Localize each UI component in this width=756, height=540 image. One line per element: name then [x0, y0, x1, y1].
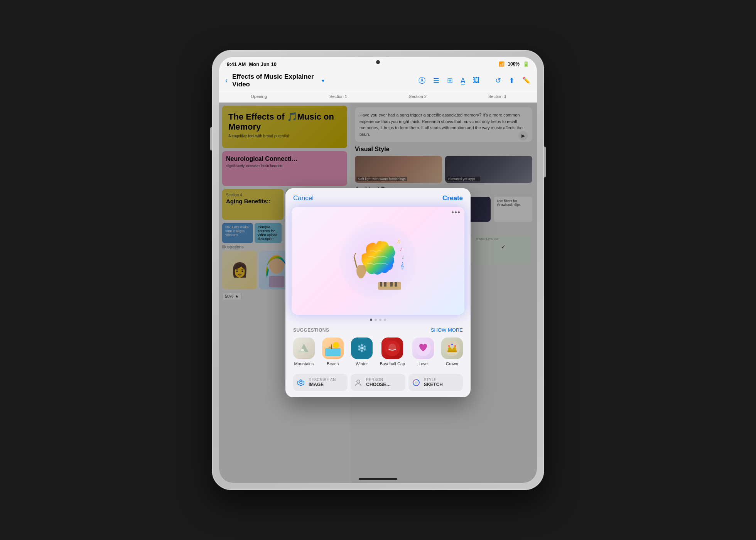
section-1: Section 1 — [299, 94, 378, 99]
suggestion-love[interactable]: Love — [412, 338, 434, 366]
svg-point-35 — [415, 381, 417, 384]
modal-image-area: ♪ ♫ ♩ 𝄞 — [292, 207, 464, 315]
image-icon[interactable]: 🖼 — [473, 76, 480, 84]
brain-svg: ♪ ♫ ♩ 𝄞 — [339, 222, 417, 299]
svg-text:𝄞: 𝄞 — [400, 262, 404, 270]
status-time: 9:41 AM — [227, 61, 246, 67]
mountains-label: Mountains — [294, 361, 314, 366]
style-value: SKETCH — [424, 382, 443, 387]
describe-icon — [296, 378, 305, 387]
modal-header: Cancel Create — [285, 188, 471, 207]
modal-actions: DESCRIBE AN IMAGE — [285, 371, 471, 397]
battery-icon: 🔋 — [523, 61, 529, 67]
three-dots-menu[interactable] — [452, 211, 460, 213]
love-label: Love — [418, 361, 428, 366]
suggestion-crown[interactable]: Crown — [441, 338, 463, 366]
document-title: Effects of Music Explainer Video — [232, 73, 317, 88]
beach-label: Beach — [327, 361, 339, 366]
person-value: CHOOSE… — [366, 382, 391, 387]
style-label: STYLE — [424, 378, 443, 382]
suggestions-grid: Mountains Beach — [285, 335, 471, 371]
pagination-dots — [285, 315, 471, 325]
svg-point-29 — [451, 344, 453, 345]
svg-text:❄️: ❄️ — [357, 343, 367, 353]
suggestion-beach[interactable]: Beach — [322, 338, 344, 366]
brain-music-illustration: ♪ ♫ ♩ 𝄞 — [336, 218, 420, 303]
sections-bar: Opening Section 1 Section 2 Section 3 — [219, 90, 537, 103]
list-icon[interactable]: ☰ — [433, 76, 439, 85]
toolbar-actions: Ⓐ ☰ ⊞ A̲ 🖼 ↺ ⬆ ✏️ — [418, 76, 531, 85]
svg-rect-11 — [384, 282, 386, 287]
modal-overlay: Cancel Create — [219, 103, 537, 483]
cancel-button[interactable]: Cancel — [293, 194, 314, 202]
person-text: PERSON CHOOSE… — [366, 378, 391, 387]
baseball-cap-icon — [381, 338, 403, 359]
person-label: PERSON — [366, 378, 391, 382]
ipad-device: 9:41 AM Mon Jun 10 📶 100% 🔋 ‹ Effects of… — [212, 50, 544, 490]
style-icon — [412, 378, 421, 387]
page-dot-3[interactable] — [379, 319, 381, 321]
text-icon[interactable]: A̲ — [461, 76, 465, 85]
describe-value: IMAGE — [309, 382, 336, 387]
svg-rect-17 — [325, 348, 341, 356]
wifi-icon: 📶 — [499, 61, 505, 67]
page-dot-1[interactable] — [370, 319, 372, 321]
svg-rect-16 — [301, 349, 304, 351]
svg-text:♪: ♪ — [399, 245, 403, 253]
suggestions-header: SUGGESTIONS SHOW MORE — [285, 325, 471, 335]
beach-icon — [322, 338, 344, 359]
svg-text:♩: ♩ — [402, 255, 404, 260]
person-icon — [354, 378, 363, 387]
mountains-icon — [293, 338, 315, 359]
dot-1 — [452, 211, 454, 213]
main-content: The Effects of 🎵Music on Memory A cognit… — [219, 103, 537, 483]
status-bar: 9:41 AM Mon Jun 10 📶 100% 🔋 — [219, 57, 537, 71]
crown-label: Crown — [446, 361, 458, 366]
section-2: Section 2 — [378, 94, 457, 99]
svg-rect-13 — [395, 282, 397, 287]
describe-image-button[interactable]: DESCRIBE AN IMAGE — [293, 374, 348, 391]
svg-rect-12 — [390, 282, 393, 287]
svg-rect-10 — [380, 282, 382, 287]
ipad-screen: 9:41 AM Mon Jun 10 📶 100% 🔋 ‹ Effects of… — [219, 57, 537, 483]
suggestion-winter[interactable]: ❄️ Winter — [351, 338, 373, 366]
svg-point-30 — [454, 345, 456, 347]
dot-2 — [455, 211, 457, 213]
status-date: Mon Jun 10 — [249, 61, 277, 67]
winter-icon: ❄️ — [351, 338, 373, 359]
back-button[interactable]: ‹ — [225, 76, 228, 84]
svg-rect-27 — [447, 351, 457, 352]
camera — [376, 60, 380, 64]
describe-label: DESCRIBE AN — [309, 378, 336, 382]
search-icon[interactable]: Ⓐ — [418, 76, 425, 85]
edit-icon[interactable]: ✏️ — [522, 76, 531, 85]
share-icon[interactable]: ⬆ — [509, 76, 515, 85]
undo-icon[interactable]: ↺ — [495, 76, 501, 85]
section-opening: Opening — [219, 94, 299, 99]
svg-text:♫: ♫ — [397, 238, 401, 245]
love-icon — [412, 338, 434, 359]
page-dot-4[interactable] — [384, 319, 386, 321]
svg-point-28 — [448, 345, 450, 347]
section-3: Section 3 — [457, 94, 537, 99]
svg-point-18 — [333, 342, 339, 348]
suggestion-baseball-cap[interactable]: Baseball Cap — [380, 338, 405, 366]
create-button[interactable]: Create — [442, 194, 463, 202]
style-text: STYLE SKETCH — [424, 378, 443, 387]
layers-icon[interactable]: ⊞ — [447, 76, 453, 85]
battery-percent: 100% — [508, 61, 520, 67]
baseball-cap-label: Baseball Cap — [380, 361, 405, 366]
title-chevron-icon[interactable]: ▾ — [322, 78, 324, 84]
style-button[interactable]: STYLE SKETCH — [408, 374, 463, 391]
show-more-button[interactable]: SHOW MORE — [431, 327, 463, 333]
describe-text: DESCRIBE AN IMAGE — [309, 378, 336, 387]
svg-point-31 — [300, 381, 302, 384]
suggestions-label: SUGGESTIONS — [293, 327, 329, 333]
suggestion-mountains[interactable]: Mountains — [293, 338, 315, 366]
person-choose-button[interactable]: PERSON CHOOSE… — [351, 374, 405, 391]
page-dot-2[interactable] — [375, 319, 377, 321]
crown-icon — [441, 338, 463, 359]
dot-3 — [458, 211, 460, 213]
image-creation-modal: Cancel Create — [285, 188, 471, 397]
svg-point-25 — [444, 341, 460, 356]
